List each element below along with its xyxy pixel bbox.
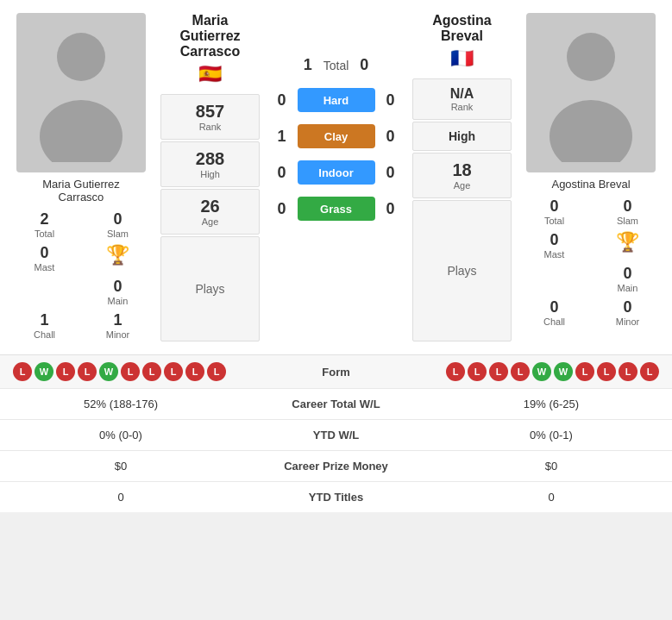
player-stats-left: 2 Total 0 Slam 0 Mast 🏆 0 Main xyxy=(9,209,154,341)
total-row: 1 Total 0 xyxy=(299,56,374,74)
form-section: L W L L W L L L L L Form L L L L W W L L… xyxy=(0,354,672,388)
stat-main-left: 0 Main xyxy=(82,276,154,308)
avatar-right xyxy=(526,13,656,172)
form-badge-right-6: L xyxy=(575,362,594,381)
trophy-icon-right: 🏆 xyxy=(616,231,639,254)
form-badge-left-4: W xyxy=(99,362,118,381)
stat-mast-right: 0 Mast xyxy=(518,229,590,261)
svg-point-3 xyxy=(550,100,632,162)
rank-box-left: 857 Rank xyxy=(160,94,260,140)
ytd-titles-left: 0 xyxy=(0,482,242,513)
stat-minor-left: 1 Minor xyxy=(82,310,154,341)
center-info-left: Maria GutierrezCarrasco 🇪🇸 857 Rank 288 … xyxy=(160,13,260,341)
stat-total-right: 0 Total xyxy=(518,196,590,228)
ytd-wl-label: YTD W/L xyxy=(242,420,430,451)
score-row-indoor: 0 Indoor 0 xyxy=(267,157,405,188)
stat-minor-right: 0 Minor xyxy=(592,297,663,329)
avatar-left xyxy=(16,13,146,172)
player-name-right: Agostina Breval xyxy=(551,178,630,191)
score-row-clay: 1 Clay 0 xyxy=(267,121,405,152)
ytd-titles-label: YTD Titles xyxy=(242,482,430,513)
ytd-wl-right: 0% (0-1) xyxy=(430,420,672,451)
form-badge-right-3: L xyxy=(511,362,530,381)
indoor-score-right: 0 xyxy=(382,164,399,182)
center-info-right: AgostinaBreval 🇫🇷 N/A Rank High 18 Age P… xyxy=(412,13,512,341)
stat-slam-right: 0 Slam xyxy=(592,196,663,228)
stat-trophy-left: 🏆 xyxy=(82,242,154,274)
form-badge-left-6: L xyxy=(142,362,161,381)
ytd-titles-right: 0 xyxy=(430,482,672,513)
form-badge-right-5: W xyxy=(554,362,573,381)
age-box-right: 18 Age xyxy=(412,153,512,198)
form-badge-right-1: L xyxy=(468,362,487,381)
trophy-icon-left: 🏆 xyxy=(106,244,129,266)
clay-score-right: 0 xyxy=(382,128,399,146)
hard-score-right: 0 xyxy=(382,91,399,110)
form-badge-right-0: L xyxy=(446,362,465,381)
main-container: Maria GutierrezCarrasco 2 Total 0 Slam 0… xyxy=(0,0,672,512)
svg-point-0 xyxy=(57,33,105,81)
stat-chall-right: 0 Chall xyxy=(518,297,590,329)
indoor-badge: Indoor xyxy=(298,160,375,185)
score-row-hard: 0 Hard 0 xyxy=(267,85,405,116)
match-section: Maria GutierrezCarrasco 2 Total 0 Slam 0… xyxy=(0,0,672,354)
clay-badge: Clay xyxy=(298,124,375,148)
form-badge-left-9: L xyxy=(207,362,226,381)
plays-box-left: Plays xyxy=(160,236,260,341)
form-badge-right-4: W xyxy=(532,362,551,381)
total-label: Total xyxy=(323,59,349,72)
plays-box-right: Plays xyxy=(412,200,512,341)
career-total-label: Career Total W/L xyxy=(242,389,430,420)
form-badge-left-0: L xyxy=(13,362,32,381)
flag-right: 🇫🇷 xyxy=(450,47,474,70)
player-stats-right: 0 Total 0 Slam 0 Mast 🏆 0 Main xyxy=(518,196,663,329)
center-name-left: Maria GutierrezCarrasco xyxy=(160,13,260,59)
stats-row-0: 52% (188-176) Career Total W/L 19% (6-25… xyxy=(0,389,672,420)
player-card-right: Agostina Breval 0 Total 0 Slam 0 Mast 🏆 xyxy=(518,13,663,341)
form-badges-left: L W L L W L L L L L xyxy=(13,362,285,381)
score-row-grass: 0 Grass 0 xyxy=(267,193,405,224)
form-badge-left-2: L xyxy=(56,362,75,381)
form-badge-left-1: W xyxy=(35,362,53,381)
form-badge-right-2: L xyxy=(489,362,508,381)
ytd-wl-left: 0% (0-0) xyxy=(0,420,242,451)
prize-right: $0 xyxy=(430,451,672,482)
grass-score-left: 0 xyxy=(273,200,291,218)
stats-row-1: 0% (0-0) YTD W/L 0% (0-1) xyxy=(0,420,672,451)
career-total-left: 52% (188-176) xyxy=(0,389,242,420)
svg-point-2 xyxy=(567,33,615,81)
age-box-left: 26 Age xyxy=(160,189,260,235)
form-badge-right-8: L xyxy=(619,362,637,381)
stat-mast-left: 0 Mast xyxy=(9,242,80,274)
high-box-left: 288 High xyxy=(160,141,260,187)
indoor-score-left: 0 xyxy=(273,164,291,182)
stat-trophy-right: 🏆 xyxy=(592,229,663,261)
stats-row-3: 0 YTD Titles 0 xyxy=(0,482,672,513)
prize-label: Career Prize Money xyxy=(242,451,430,482)
grass-badge: Grass xyxy=(298,197,375,221)
high-box-right: High xyxy=(412,122,512,151)
rank-box-right: N/A Rank xyxy=(412,78,512,120)
prize-left: $0 xyxy=(0,451,242,482)
form-badge-left-7: L xyxy=(164,362,183,381)
form-badge-right-7: L xyxy=(597,362,616,381)
stat-total-left: 2 Total xyxy=(9,209,80,241)
player-name-left: Maria GutierrezCarrasco xyxy=(42,178,120,204)
grass-score-right: 0 xyxy=(382,200,399,218)
stat-main-right: 0 Main xyxy=(592,263,663,295)
form-badge-left-5: L xyxy=(121,362,140,381)
scores-column: 1 Total 0 0 Hard 0 1 Clay 0 0 Indoor 0 0 xyxy=(267,13,405,341)
form-badge-left-3: L xyxy=(78,362,97,381)
form-label: Form xyxy=(285,366,388,379)
stat-slam-left: 0 Slam xyxy=(82,209,154,241)
hard-badge: Hard xyxy=(298,88,375,112)
form-badge-right-9: L xyxy=(640,362,659,381)
total-score-left: 1 xyxy=(299,56,317,74)
svg-point-1 xyxy=(40,100,122,162)
stat-chall-left: 1 Chall xyxy=(9,310,80,341)
form-badge-left-8: L xyxy=(185,362,204,381)
total-score-right: 0 xyxy=(355,56,373,74)
flag-left: 🇪🇸 xyxy=(198,63,222,85)
form-badges-right: L L L L W W L L L L xyxy=(388,362,660,381)
hard-score-left: 0 xyxy=(273,91,291,110)
